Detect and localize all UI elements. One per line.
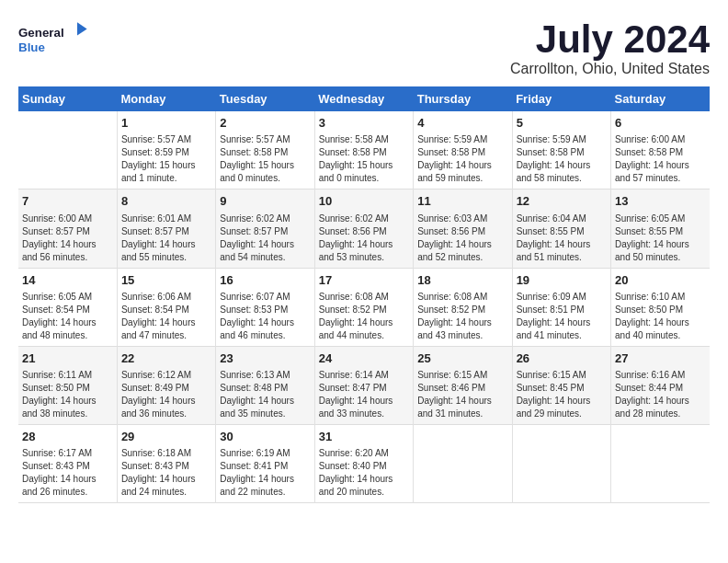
cell-details: Sunrise: 6:02 AMSunset: 8:57 PMDaylight:…	[220, 213, 310, 264]
day-number: 22	[121, 350, 211, 367]
day-number: 14	[22, 272, 113, 289]
calendar-cell: 31Sunrise: 6:20 AMSunset: 8:40 PMDayligh…	[314, 424, 413, 502]
cell-details: Sunrise: 5:57 AMSunset: 8:59 PMDaylight:…	[121, 133, 211, 185]
calendar-cell: 18Sunrise: 6:08 AMSunset: 8:52 PMDayligh…	[414, 268, 512, 346]
cell-details: Sunrise: 6:08 AMSunset: 8:52 PMDaylight:…	[319, 291, 409, 342]
calendar-cell: 16Sunrise: 6:07 AMSunset: 8:53 PMDayligh…	[216, 268, 314, 346]
cell-details: Sunrise: 6:06 AMSunset: 8:54 PMDaylight:…	[121, 291, 211, 342]
cell-details: Sunrise: 6:05 AMSunset: 8:54 PMDaylight:…	[22, 291, 113, 342]
calendar-cell: 17Sunrise: 6:08 AMSunset: 8:52 PMDayligh…	[314, 268, 413, 346]
calendar-cell: 4Sunrise: 5:59 AMSunset: 8:58 PMDaylight…	[414, 111, 512, 190]
calendar-cell: 8Sunrise: 6:01 AMSunset: 8:57 PMDaylight…	[117, 190, 215, 268]
day-number: 29	[121, 429, 211, 445]
cell-details: Sunrise: 6:12 AMSunset: 8:49 PMDaylight:…	[121, 369, 211, 420]
column-header-saturday: Saturday	[611, 86, 710, 111]
calendar-table: SundayMondayTuesdayWednesdayThursdayFrid…	[18, 86, 710, 503]
calendar-cell: 20Sunrise: 6:10 AMSunset: 8:50 PMDayligh…	[611, 268, 710, 346]
day-number: 7	[22, 193, 113, 210]
column-header-monday: Monday	[117, 86, 215, 111]
calendar-cell: 19Sunrise: 6:09 AMSunset: 8:51 PMDayligh…	[512, 268, 610, 346]
calendar-cell: 30Sunrise: 6:19 AMSunset: 8:41 PMDayligh…	[216, 424, 314, 502]
cell-details: Sunrise: 6:04 AMSunset: 8:55 PMDaylight:…	[517, 213, 607, 264]
day-number: 12	[517, 193, 607, 210]
calendar-cell: 9Sunrise: 6:02 AMSunset: 8:57 PMDaylight…	[216, 190, 314, 268]
cell-details: Sunrise: 6:20 AMSunset: 8:40 PMDaylight:…	[319, 447, 409, 499]
day-number: 9	[220, 193, 310, 210]
day-number: 11	[417, 193, 507, 210]
calendar-cell: 24Sunrise: 6:14 AMSunset: 8:47 PMDayligh…	[314, 346, 413, 424]
day-number: 10	[319, 193, 409, 210]
logo: General Blue	[18, 18, 92, 60]
calendar-cell: 3Sunrise: 5:58 AMSunset: 8:58 PMDaylight…	[314, 111, 413, 190]
day-number: 24	[319, 350, 409, 367]
calendar-cell: 5Sunrise: 5:59 AMSunset: 8:58 PMDaylight…	[512, 111, 610, 190]
calendar-cell: 28Sunrise: 6:17 AMSunset: 8:43 PMDayligh…	[18, 424, 117, 502]
cell-details: Sunrise: 6:00 AMSunset: 8:58 PMDaylight:…	[615, 133, 706, 185]
cell-details: Sunrise: 6:11 AMSunset: 8:50 PMDaylight:…	[22, 369, 113, 420]
cell-details: Sunrise: 6:09 AMSunset: 8:51 PMDaylight:…	[517, 291, 607, 342]
cell-details: Sunrise: 6:18 AMSunset: 8:43 PMDaylight:…	[121, 447, 211, 499]
day-number: 23	[220, 350, 310, 367]
calendar-week-row: 14Sunrise: 6:05 AMSunset: 8:54 PMDayligh…	[18, 268, 710, 346]
calendar-cell: 7Sunrise: 6:00 AMSunset: 8:57 PMDaylight…	[18, 190, 117, 268]
calendar-cell	[18, 111, 117, 190]
day-number: 6	[615, 115, 706, 132]
cell-details: Sunrise: 6:16 AMSunset: 8:44 PMDaylight:…	[615, 369, 706, 420]
cell-details: Sunrise: 6:01 AMSunset: 8:57 PMDaylight:…	[121, 213, 211, 264]
day-number: 3	[319, 115, 409, 132]
svg-text:General: General	[18, 26, 64, 40]
cell-details: Sunrise: 6:15 AMSunset: 8:45 PMDaylight:…	[517, 369, 607, 420]
calendar-cell: 6Sunrise: 6:00 AMSunset: 8:58 PMDaylight…	[611, 111, 710, 190]
calendar-cell: 1Sunrise: 5:57 AMSunset: 8:59 PMDaylight…	[117, 111, 215, 190]
day-number: 8	[121, 193, 211, 210]
cell-details: Sunrise: 5:59 AMSunset: 8:58 PMDaylight:…	[417, 133, 507, 185]
day-number: 28	[22, 429, 113, 445]
calendar-cell: 27Sunrise: 6:16 AMSunset: 8:44 PMDayligh…	[611, 346, 710, 424]
calendar-cell	[512, 424, 610, 502]
day-number: 26	[517, 350, 607, 367]
cell-details: Sunrise: 6:05 AMSunset: 8:55 PMDaylight:…	[615, 213, 706, 264]
day-number: 31	[319, 429, 409, 445]
calendar-cell: 13Sunrise: 6:05 AMSunset: 8:55 PMDayligh…	[611, 190, 710, 268]
cell-details: Sunrise: 6:08 AMSunset: 8:52 PMDaylight:…	[417, 291, 507, 342]
day-number: 17	[319, 272, 409, 289]
calendar-week-row: 28Sunrise: 6:17 AMSunset: 8:43 PMDayligh…	[18, 424, 710, 502]
day-number: 15	[121, 272, 211, 289]
day-number: 5	[517, 115, 607, 132]
calendar-week-row: 7Sunrise: 6:00 AMSunset: 8:57 PMDaylight…	[18, 190, 710, 268]
cell-details: Sunrise: 5:59 AMSunset: 8:58 PMDaylight:…	[517, 133, 607, 185]
cell-details: Sunrise: 6:14 AMSunset: 8:47 PMDaylight:…	[319, 369, 409, 420]
column-header-sunday: Sunday	[18, 86, 117, 111]
calendar-cell	[611, 424, 710, 502]
cell-details: Sunrise: 6:10 AMSunset: 8:50 PMDaylight:…	[615, 291, 706, 342]
calendar-cell: 15Sunrise: 6:06 AMSunset: 8:54 PMDayligh…	[117, 268, 215, 346]
day-number: 16	[220, 272, 310, 289]
calendar-cell: 29Sunrise: 6:18 AMSunset: 8:43 PMDayligh…	[117, 424, 215, 502]
day-number: 4	[417, 115, 507, 132]
cell-details: Sunrise: 5:57 AMSunset: 8:58 PMDaylight:…	[220, 133, 310, 185]
day-number: 25	[417, 350, 507, 367]
svg-text:Blue: Blue	[18, 40, 45, 54]
page-header: General Blue July 2024 Carrollton, Ohio,…	[18, 18, 710, 77]
day-number: 13	[615, 193, 706, 210]
day-number: 30	[220, 429, 310, 445]
day-number: 1	[121, 115, 211, 132]
cell-details: Sunrise: 5:58 AMSunset: 8:58 PMDaylight:…	[319, 133, 409, 185]
column-header-friday: Friday	[512, 86, 610, 111]
calendar-cell: 26Sunrise: 6:15 AMSunset: 8:45 PMDayligh…	[512, 346, 610, 424]
day-number: 20	[615, 272, 706, 289]
cell-details: Sunrise: 6:15 AMSunset: 8:46 PMDaylight:…	[417, 369, 507, 420]
column-header-tuesday: Tuesday	[216, 86, 314, 111]
cell-details: Sunrise: 6:02 AMSunset: 8:56 PMDaylight:…	[319, 213, 409, 264]
column-header-thursday: Thursday	[414, 86, 512, 111]
cell-details: Sunrise: 6:03 AMSunset: 8:56 PMDaylight:…	[417, 213, 507, 264]
month-year-title: July 2024	[510, 18, 710, 61]
cell-details: Sunrise: 6:19 AMSunset: 8:41 PMDaylight:…	[220, 447, 310, 499]
day-number: 2	[220, 115, 310, 132]
calendar-cell: 2Sunrise: 5:57 AMSunset: 8:58 PMDaylight…	[216, 111, 314, 190]
day-number: 18	[417, 272, 507, 289]
calendar-cell: 21Sunrise: 6:11 AMSunset: 8:50 PMDayligh…	[18, 346, 117, 424]
calendar-week-row: 1Sunrise: 5:57 AMSunset: 8:59 PMDaylight…	[18, 111, 710, 190]
cell-details: Sunrise: 6:17 AMSunset: 8:43 PMDaylight:…	[22, 447, 113, 499]
title-block: July 2024 Carrollton, Ohio, United State…	[510, 18, 710, 77]
